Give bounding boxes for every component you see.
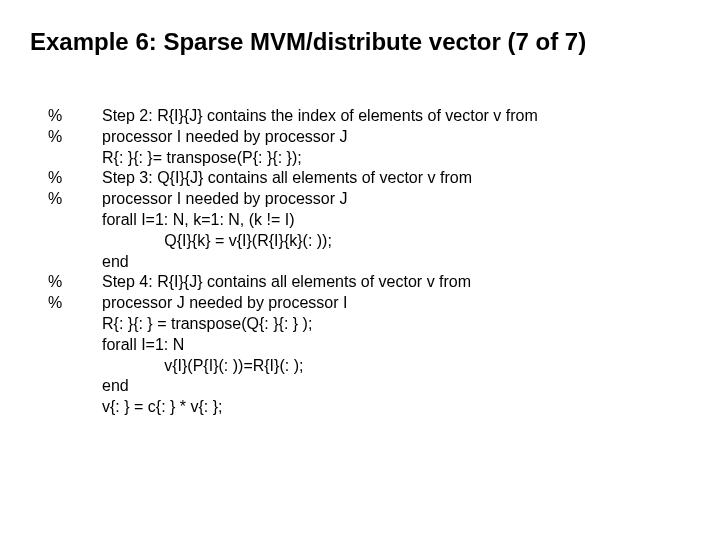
- code-line: % processor I needed by processor J: [30, 189, 690, 210]
- code-text: Q{I}{k} = v{I}(R{I}{k}(: ));: [102, 231, 690, 252]
- code-line: % Step 3: Q{I}{J} contains all elements …: [30, 168, 690, 189]
- gutter: %: [30, 293, 102, 314]
- code-line: end: [30, 252, 690, 273]
- gutter: [30, 252, 102, 273]
- gutter: %: [30, 189, 102, 210]
- code-text: Step 2: R{I}{J} contains the index of el…: [102, 106, 690, 127]
- code-line: Q{I}{k} = v{I}(R{I}{k}(: ));: [30, 231, 690, 252]
- code-line: v{I}(P{I}(: ))=R{I}(: );: [30, 356, 690, 377]
- gutter: [30, 210, 102, 231]
- slide-title: Example 6: Sparse MVM/distribute vector …: [30, 28, 690, 56]
- code-line: R{: }{: } = transpose(Q{: }{: } );: [30, 314, 690, 335]
- code-line: v{: } = c{: } * v{: };: [30, 397, 690, 418]
- code-line: end: [30, 376, 690, 397]
- gutter: [30, 314, 102, 335]
- code-text: processor I needed by processor J: [102, 189, 690, 210]
- code-text: v{: } = c{: } * v{: };: [102, 397, 690, 418]
- code-text: R{: }{: }= transpose(P{: }{: });: [102, 148, 690, 169]
- code-text: end: [102, 252, 690, 273]
- code-line: forall I=1: N: [30, 335, 690, 356]
- code-text: processor I needed by processor J: [102, 127, 690, 148]
- code-line: % Step 4: R{I}{J} contains all elements …: [30, 272, 690, 293]
- code-text: Step 3: Q{I}{J} contains all elements of…: [102, 168, 690, 189]
- code-text: end: [102, 376, 690, 397]
- gutter: %: [30, 106, 102, 127]
- gutter: [30, 356, 102, 377]
- gutter: %: [30, 127, 102, 148]
- code-line: % Step 2: R{I}{J} contains the index of …: [30, 106, 690, 127]
- code-text: R{: }{: } = transpose(Q{: }{: } );: [102, 314, 690, 335]
- code-text: v{I}(P{I}(: ))=R{I}(: );: [102, 356, 690, 377]
- code-line: % processor I needed by processor J: [30, 127, 690, 148]
- gutter: [30, 335, 102, 356]
- code-text: processor J needed by processor I: [102, 293, 690, 314]
- code-text: forall I=1: N: [102, 335, 690, 356]
- code-line: % processor J needed by processor I: [30, 293, 690, 314]
- gutter: [30, 376, 102, 397]
- code-line: forall I=1: N, k=1: N, (k != I): [30, 210, 690, 231]
- gutter: [30, 397, 102, 418]
- gutter: %: [30, 272, 102, 293]
- gutter: [30, 148, 102, 169]
- code-text: forall I=1: N, k=1: N, (k != I): [102, 210, 690, 231]
- code-block: % Step 2: R{I}{J} contains the index of …: [30, 106, 690, 418]
- gutter: %: [30, 168, 102, 189]
- code-line: R{: }{: }= transpose(P{: }{: });: [30, 148, 690, 169]
- slide: Example 6: Sparse MVM/distribute vector …: [0, 0, 720, 540]
- code-text: Step 4: R{I}{J} contains all elements of…: [102, 272, 690, 293]
- gutter: [30, 231, 102, 252]
